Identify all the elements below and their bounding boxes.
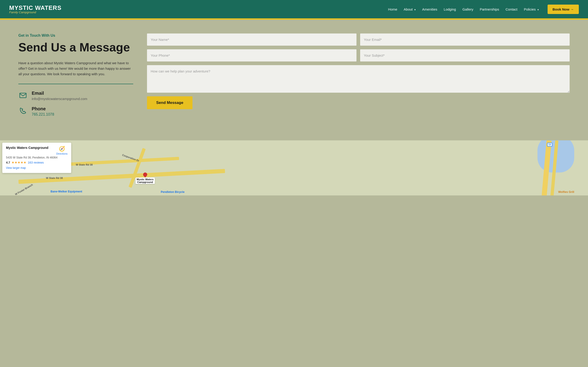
brand-sub: Family Campground	[9, 10, 61, 14]
road-label-1: W State Rd 38	[46, 177, 63, 179]
map-pin: Mystic WatersCampground	[136, 173, 155, 184]
message-textarea[interactable]	[147, 65, 570, 93]
pin-marker	[142, 172, 148, 177]
road-label-3: W State Rd 38	[76, 163, 93, 166]
highway-badge-59: 59	[547, 143, 552, 147]
email-icon	[18, 91, 27, 100]
contact-heading: Send Us a Message	[18, 41, 133, 54]
phone-info-item: Phone 765.221.1078	[18, 106, 133, 117]
email-value: info@mysticwaterscampground.com	[32, 97, 87, 101]
nav-gallery[interactable]: Gallery	[462, 7, 473, 11]
main-nav: Home About ▾ Amenities Lodging Gallery P…	[388, 5, 579, 14]
logo[interactable]: MYSTIC WATERS Family Campground	[9, 4, 61, 14]
header: MYSTIC WATERS Family Campground Home Abo…	[0, 0, 588, 18]
form-row-1	[147, 33, 570, 46]
form-row-2	[147, 49, 570, 61]
phone-label: Phone	[32, 106, 54, 111]
map-info-card: Mystic Waters Campground 🧭 Directions 54…	[2, 143, 71, 173]
nav-home[interactable]: Home	[388, 7, 397, 11]
nav-amenities[interactable]: Amenities	[422, 7, 437, 11]
stars-icon: ★★★★★	[11, 161, 26, 164]
road-foster-branch: W Foster Branch	[15, 183, 33, 195]
contact-form-panel: Send Message	[147, 33, 570, 109]
email-info-item: Email info@mysticwaterscampground.com	[18, 91, 133, 101]
phone-info-text: Phone 765.221.1078	[32, 106, 54, 117]
directions-icon: 🧭	[59, 146, 65, 152]
nearby-wolfies: Wolfies Grill	[558, 190, 574, 194]
nearby-pendleton-bicycle: Pendleton Bicycle	[161, 190, 184, 194]
directions-button[interactable]: 🧭 Directions	[56, 146, 68, 155]
phone-icon	[18, 106, 27, 115]
phone-input[interactable]	[147, 49, 356, 61]
send-message-button[interactable]: Send Message	[147, 96, 192, 109]
email-field	[360, 33, 570, 46]
name-field	[147, 33, 356, 46]
map-business-name: Mystic Waters Campground	[6, 146, 48, 150]
map-rating-row: 4.7 ★★★★★ 163 reviews	[6, 161, 68, 164]
subject-input[interactable]	[360, 49, 570, 61]
email-input[interactable]	[360, 33, 570, 46]
email-label: Email	[32, 91, 87, 96]
name-input[interactable]	[147, 33, 356, 46]
nav-contact[interactable]: Contact	[506, 7, 518, 11]
contact-left-panel: Get in Touch With Us Send Us a Message H…	[18, 33, 133, 122]
directions-label: Directions	[56, 152, 68, 155]
about-chevron-icon: ▾	[414, 8, 416, 11]
email-info-text: Email info@mysticwaterscampground.com	[32, 91, 87, 101]
svg-rect-0	[20, 93, 26, 98]
rating-number: 4.7	[6, 161, 10, 164]
nearby-bane-welker: Bane-Welker Equipment	[51, 190, 82, 193]
nav-about[interactable]: About ▾	[404, 7, 416, 11]
reviews-count[interactable]: 163 reviews	[28, 161, 44, 164]
contact-subtitle: Get in Touch With Us	[18, 33, 133, 38]
map-address: 5435 W State Rd 38, Pendleton, IN 46064	[6, 156, 68, 159]
pin-label: Mystic WatersCampground	[136, 177, 155, 184]
map-section: W State Rd 38 Corporation Dr W State Rd …	[0, 140, 588, 195]
nav-policies[interactable]: Policies ▾	[524, 7, 539, 11]
policies-chevron-icon: ▾	[537, 8, 539, 11]
map-background: W State Rd 38 Corporation Dr W State Rd …	[0, 140, 588, 195]
divider	[18, 84, 133, 84]
map-card-header: Mystic Waters Campground 🧭 Directions	[6, 146, 68, 155]
book-now-button[interactable]: Book Now →	[548, 5, 579, 14]
contact-section: Get in Touch With Us Send Us a Message H…	[0, 20, 588, 140]
subject-field	[360, 49, 570, 61]
nav-partnerships[interactable]: Partnerships	[480, 7, 499, 11]
phone-field	[147, 49, 356, 61]
view-larger-map-link[interactable]: View larger map	[6, 166, 26, 169]
contact-description: Have a question about Mystic Waters Camp…	[18, 60, 133, 77]
nav-lodging[interactable]: Lodging	[444, 7, 456, 11]
phone-value: 765.221.1078	[32, 112, 54, 117]
